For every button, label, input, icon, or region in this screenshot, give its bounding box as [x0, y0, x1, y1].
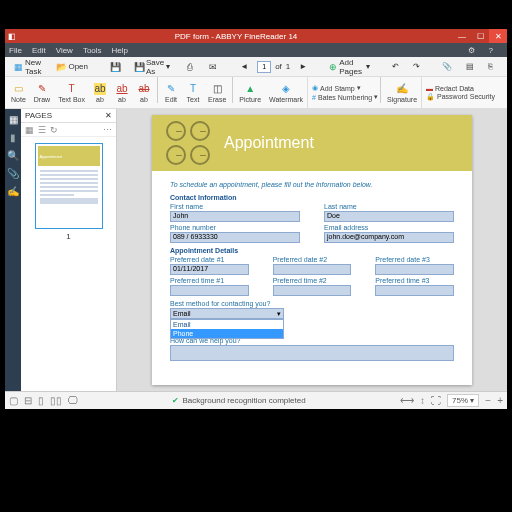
doc-heading: Appointment [224, 134, 314, 152]
page-input[interactable] [257, 61, 271, 73]
menu-edit[interactable]: Edit [32, 46, 46, 55]
check-icon: ✔ [172, 396, 179, 405]
zoom-out-button[interactable]: − [485, 395, 491, 406]
menu-file[interactable]: File [9, 46, 22, 55]
page-total: 1 [286, 62, 290, 71]
attach-button[interactable]: 📎 [437, 59, 457, 74]
doc-intro: To schedule an appointment, please fill … [170, 181, 454, 188]
password-button[interactable]: 🔒Password Security [426, 93, 495, 101]
sb-screen-icon[interactable]: 🖵 [68, 395, 78, 406]
new-task-button[interactable]: ▦New Task [9, 55, 47, 79]
sb-dual-icon[interactable]: ▯▯ [50, 395, 62, 406]
method-option-email[interactable]: Email [171, 320, 283, 329]
close-button[interactable]: ✕ [489, 29, 507, 43]
next-page-button[interactable]: ► [294, 59, 312, 74]
save-button[interactable]: 💾 [105, 59, 125, 75]
underline-tool[interactable]: abab [111, 77, 133, 108]
print-button[interactable]: ⎙ [179, 59, 199, 75]
first-name-input[interactable]: John [170, 211, 300, 222]
sb-fitw-icon[interactable]: ⟷ [400, 395, 414, 406]
pages-grid-icon[interactable]: ▦ [25, 125, 34, 135]
strikeout-tool[interactable]: abab [133, 77, 155, 108]
help-icon[interactable]: ? [489, 46, 493, 55]
clock-icons [166, 121, 210, 165]
pd2-input[interactable] [273, 264, 352, 275]
sb-fit-icon[interactable]: ⛶ [431, 395, 441, 406]
pages-list-icon[interactable]: ☰ [38, 125, 46, 135]
pt3-input[interactable] [375, 285, 454, 296]
pd3-label: Preferred date #3 [375, 256, 454, 263]
sb-split-icon[interactable]: ⊟ [24, 395, 32, 406]
watermark-tool[interactable]: ◈Watermark [265, 77, 307, 108]
page-thumbnail[interactable]: Appointment [35, 143, 103, 229]
edit-tool[interactable]: ✎Edit [160, 77, 182, 108]
app-icon: ◧ [5, 29, 19, 43]
text-tool[interactable]: TText [182, 77, 204, 108]
highlight-tool[interactable]: abab [89, 77, 111, 108]
zoom-in-button[interactable]: + [497, 395, 503, 406]
bates-button[interactable]: #Bates Numbering▾ [312, 93, 378, 101]
rail-pages-icon[interactable]: ▦ [7, 113, 19, 125]
pages-menu-icon[interactable]: ⋯ [103, 125, 112, 135]
pages-rotate-icon[interactable]: ↻ [50, 125, 58, 135]
signature-tool[interactable]: ✍Signature [383, 77, 421, 108]
minimize-button[interactable]: — [453, 29, 471, 43]
menu-help[interactable]: Help [112, 46, 128, 55]
erase-tool[interactable]: ◫Erase [204, 77, 230, 108]
rail-attach-icon[interactable]: 📎 [7, 167, 19, 179]
rail-search-icon[interactable]: 🔍 [7, 149, 19, 161]
textbox-tool[interactable]: TText Box [54, 77, 89, 108]
contact-section: Contact Information [170, 194, 454, 201]
window-title: PDF form - ABBYY FineReader 14 [19, 32, 453, 41]
last-name-input[interactable]: Doe [324, 211, 454, 222]
picture-tool[interactable]: ▲Picture [235, 77, 265, 108]
appt-section: Appointment Details [170, 247, 454, 254]
rail-signature-icon[interactable]: ✍ [7, 185, 19, 197]
document: Appointment To schedule an appointment, … [152, 115, 472, 385]
pt1-label: Preferred time #1 [170, 277, 249, 284]
last-name-label: Last name [324, 203, 454, 210]
method-label: Best method for contacting you? [170, 300, 454, 307]
settings-icon[interactable]: ⚙ [468, 46, 475, 55]
draw-tool[interactable]: ✎Draw [30, 77, 54, 108]
page-of: of [275, 62, 282, 71]
page-number: 1 [66, 232, 70, 241]
help-textarea[interactable] [170, 345, 454, 361]
email-input[interactable]: john.doe@company.com [324, 232, 454, 243]
layers-button[interactable]: ▤ [461, 59, 479, 74]
mail-button[interactable]: ✉ [203, 59, 223, 75]
open-button[interactable]: 📂Open [51, 59, 93, 75]
menu-tools[interactable]: Tools [83, 46, 102, 55]
first-name-label: First name [170, 203, 300, 210]
rotate-left-button[interactable]: ↶ [387, 59, 404, 74]
note-tool[interactable]: ▭Note [7, 77, 30, 108]
sb-page-icon[interactable]: ▯ [38, 395, 44, 406]
phone-input[interactable]: 089 / 6933330 [170, 232, 300, 243]
pt2-input[interactable] [273, 285, 352, 296]
maximize-button[interactable]: ☐ [471, 29, 489, 43]
pd3-input[interactable] [375, 264, 454, 275]
redact-button[interactable]: ▬Redact Data [426, 85, 495, 92]
pd1-input[interactable]: 01/11/2017 [170, 264, 249, 275]
rail-bookmark-icon[interactable]: ▮ [7, 131, 19, 143]
method-dropdown-list: Email Phone [170, 319, 284, 339]
sb-fith-icon[interactable]: ↕ [420, 395, 425, 406]
email-label: Email address [324, 224, 454, 231]
add-pages-button[interactable]: ⊕Add Pages▾ [324, 55, 375, 79]
sb-crop-icon[interactable]: ▢ [9, 395, 18, 406]
prev-page-button[interactable]: ◄ [235, 59, 253, 74]
method-option-phone[interactable]: Phone [171, 329, 283, 338]
scan-button[interactable]: ⎘ [483, 59, 498, 74]
pd1-label: Preferred date #1 [170, 256, 249, 263]
pages-title: PAGES [25, 111, 52, 120]
zoom-select[interactable]: 75% ▾ [447, 394, 479, 407]
pages-close-icon[interactable]: ✕ [105, 111, 112, 120]
method-select[interactable]: Email▾ [170, 308, 284, 319]
pt1-input[interactable] [170, 285, 249, 296]
chevron-down-icon: ▾ [277, 310, 281, 318]
add-stamp-button[interactable]: ◉Add Stamp▾ [312, 84, 378, 92]
save-as-button[interactable]: 💾Save As▾ [129, 55, 175, 79]
rotate-right-button[interactable]: ↷ [408, 59, 425, 74]
pt2-label: Preferred time #2 [273, 277, 352, 284]
menu-view[interactable]: View [56, 46, 73, 55]
